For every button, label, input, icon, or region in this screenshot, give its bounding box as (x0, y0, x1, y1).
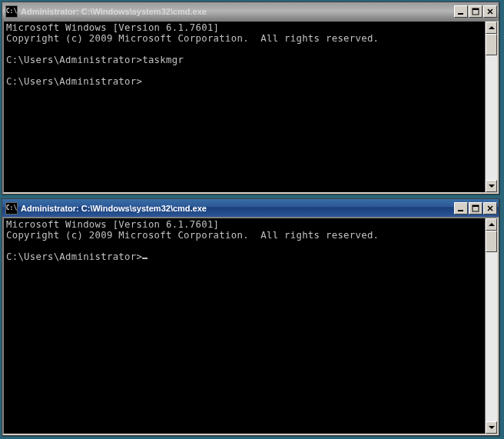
minimize-button[interactable] (454, 202, 468, 215)
svg-rect-3 (458, 210, 463, 211)
console-body: Microsoft Windows [Version 6.1.7601] Cop… (2, 20, 499, 194)
scroll-down-button[interactable] (486, 180, 497, 192)
minimize-button[interactable] (454, 5, 468, 18)
prompt-line: C:\Users\Administrator> (6, 76, 142, 87)
cmd-window-inactive: C:\ Administrator: C:\Windows\system32\c… (2, 2, 499, 195)
console-body: Microsoft Windows [Version 6.1.7601] Cop… (2, 217, 499, 435)
window-title: Administrator: C:\Windows\system32\cmd.e… (21, 204, 453, 213)
vertical-scrollbar[interactable] (485, 218, 497, 434)
svg-rect-5 (472, 205, 479, 207)
scroll-up-button[interactable] (486, 22, 497, 34)
prompt-line: C:\Users\Administrator> (6, 251, 142, 262)
maximize-button[interactable] (469, 5, 482, 18)
output-line: Microsoft Windows [Version 6.1.7601] (6, 219, 219, 230)
scroll-down-button[interactable] (486, 421, 497, 434)
output-line: Copyright (c) 2009 Microsoft Corporation… (6, 230, 379, 241)
output-line: C:\Users\Administrator>taskmgr (6, 55, 184, 65)
console-output[interactable]: Microsoft Windows [Version 6.1.7601] Cop… (4, 22, 485, 192)
cmd-icon: C:\ (5, 5, 18, 18)
titlebar[interactable]: C:\ Administrator: C:\Windows\system32\c… (2, 2, 499, 20)
svg-rect-0 (458, 13, 463, 15)
scroll-up-button[interactable] (486, 218, 497, 231)
window-title: Administrator: C:\Windows\system32\cmd.e… (21, 7, 453, 16)
maximize-button[interactable] (469, 202, 482, 215)
scroll-thumb[interactable] (486, 231, 497, 252)
console-output[interactable]: Microsoft Windows [Version 6.1.7601] Cop… (4, 218, 485, 434)
scroll-track[interactable] (486, 231, 497, 421)
svg-rect-2 (472, 8, 479, 10)
cmd-window-active: C:\ Administrator: C:\Windows\system32\c… (2, 198, 499, 436)
window-controls (453, 202, 497, 215)
close-button[interactable] (483, 202, 497, 215)
scroll-thumb[interactable] (486, 34, 497, 55)
output-line: Copyright (c) 2009 Microsoft Corporation… (6, 33, 379, 44)
window-controls (453, 5, 497, 18)
text-cursor (142, 258, 148, 259)
scroll-track[interactable] (486, 34, 497, 180)
titlebar[interactable]: C:\ Administrator: C:\Windows\system32\c… (2, 199, 499, 217)
vertical-scrollbar[interactable] (485, 22, 497, 192)
cmd-icon: C:\ (5, 202, 18, 215)
close-button[interactable] (483, 5, 497, 18)
output-line: Microsoft Windows [Version 6.1.7601] (6, 22, 219, 33)
